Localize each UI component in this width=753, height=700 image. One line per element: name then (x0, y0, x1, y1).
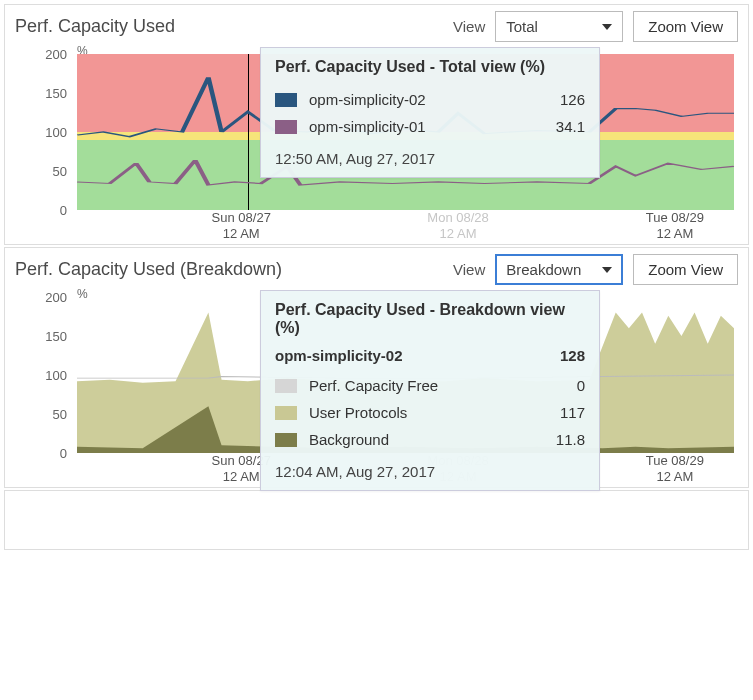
tooltip-row-label: Perf. Capacity Free (309, 377, 525, 394)
x-tick: Sun 08/2712 AM (212, 210, 271, 241)
x-tick: Tue 08/2912 AM (646, 453, 704, 484)
tooltip-node-value: 128 (560, 347, 585, 364)
view-select-total[interactable]: Total (495, 11, 623, 42)
tooltip-title: Perf. Capacity Used - Total view (%) (275, 58, 585, 76)
panel-title: Perf. Capacity Used (15, 16, 443, 37)
tooltip-row-label: Background (309, 431, 525, 448)
tooltip-row: Perf. Capacity Free0 (275, 372, 585, 399)
tooltip-row-value: 34.1 (537, 118, 585, 135)
tooltip-row-value: 0 (537, 377, 585, 394)
tooltip-row: opm-simplicity-02126 (275, 86, 585, 113)
panel-perf-capacity-total: Perf. Capacity Used View Total Zoom View… (4, 4, 749, 245)
chevron-down-icon (602, 24, 612, 30)
legend-swatch (275, 93, 297, 107)
panel-title: Perf. Capacity Used (Breakdown) (15, 259, 443, 280)
view-select-value: Breakdown (506, 261, 581, 278)
x-tick: Tue 08/2912 AM (646, 210, 704, 241)
legend-swatch (275, 406, 297, 420)
y-tick: 0 (60, 203, 67, 218)
y-axis: 050100150200 (15, 291, 71, 453)
y-tick: 100 (45, 368, 67, 383)
view-label: View (453, 18, 485, 35)
tooltip-node-name: opm-simplicity-02 (275, 347, 403, 364)
tooltip-row-value: 117 (537, 404, 585, 421)
x-tick: Mon 08/2812 AM (427, 210, 488, 241)
tooltip-row: User Protocols117 (275, 399, 585, 426)
panel-perf-capacity-breakdown: Perf. Capacity Used (Breakdown) View Bre… (4, 247, 749, 488)
y-axis: 050100150200 (15, 48, 71, 210)
tooltip-row: opm-simplicity-0134.1 (275, 113, 585, 140)
legend-swatch (275, 120, 297, 134)
tooltip-node-row: opm-simplicity-02 128 (275, 347, 585, 364)
view-label: View (453, 261, 485, 278)
panel-empty (4, 490, 749, 550)
tooltip-row: Background11.8 (275, 426, 585, 453)
y-tick: 100 (45, 125, 67, 140)
view-select-breakdown[interactable]: Breakdown (495, 254, 623, 285)
zoom-view-button[interactable]: Zoom View (633, 11, 738, 42)
y-tick: 200 (45, 290, 67, 305)
y-tick: 150 (45, 86, 67, 101)
tooltip-title: Perf. Capacity Used - Breakdown view (%) (275, 301, 585, 337)
legend-swatch (275, 433, 297, 447)
y-tick: 200 (45, 47, 67, 62)
tooltip-row-label: opm-simplicity-01 (309, 118, 525, 135)
panel-header: Perf. Capacity Used View Total Zoom View (15, 11, 738, 42)
panel-header: Perf. Capacity Used (Breakdown) View Bre… (15, 254, 738, 285)
zoom-view-button[interactable]: Zoom View (633, 254, 738, 285)
chart-tooltip-breakdown: Perf. Capacity Used - Breakdown view (%)… (260, 290, 600, 491)
tooltip-row-value: 126 (537, 91, 585, 108)
tooltip-row-label: opm-simplicity-02 (309, 91, 525, 108)
chevron-down-icon (602, 267, 612, 273)
y-tick: 50 (53, 407, 67, 422)
chart-tooltip-total: Perf. Capacity Used - Total view (%) opm… (260, 47, 600, 178)
legend-swatch (275, 379, 297, 393)
view-select-value: Total (506, 18, 538, 35)
y-tick: 0 (60, 446, 67, 461)
tooltip-row-label: User Protocols (309, 404, 525, 421)
tooltip-row-value: 11.8 (537, 431, 585, 448)
tooltip-timestamp: 12:50 AM, Aug 27, 2017 (275, 150, 585, 167)
y-tick: 150 (45, 329, 67, 344)
y-tick: 50 (53, 164, 67, 179)
x-axis: Sun 08/2712 AMMon 08/2812 AMTue 08/2912 … (77, 210, 734, 250)
tooltip-timestamp: 12:04 AM, Aug 27, 2017 (275, 463, 585, 480)
